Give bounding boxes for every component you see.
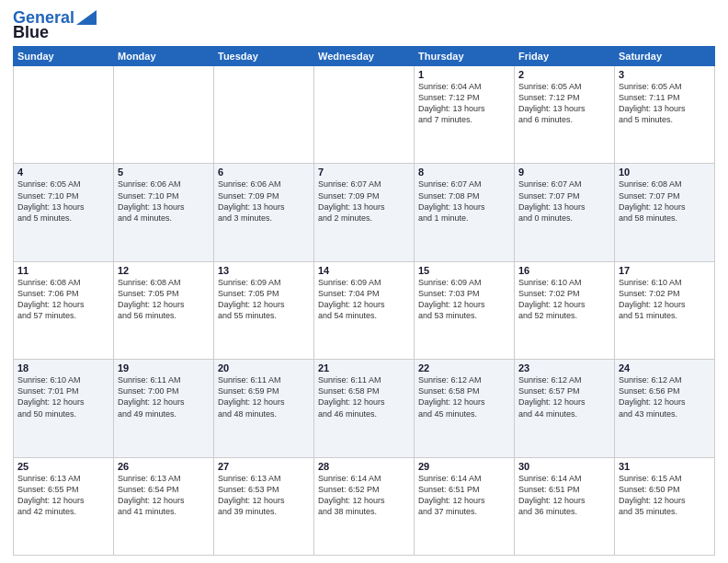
col-header-sunday: Sunday [14, 47, 114, 66]
logo-icon [76, 10, 97, 25]
col-header-wednesday: Wednesday [314, 47, 415, 66]
day-cell: 28Sunrise: 6:14 AM Sunset: 6:52 PM Dayli… [314, 457, 415, 555]
day-info: Sunrise: 6:09 AM Sunset: 7:03 PM Dayligh… [418, 277, 510, 322]
day-number: 11 [17, 265, 109, 276]
day-info: Sunrise: 6:12 AM Sunset: 6:58 PM Dayligh… [418, 374, 510, 419]
logo: General Blue [13, 9, 97, 40]
day-number: 31 [619, 461, 711, 472]
day-cell: 8Sunrise: 6:07 AM Sunset: 7:08 PM Daylig… [415, 164, 515, 261]
col-header-thursday: Thursday [415, 47, 515, 66]
day-number: 13 [218, 265, 310, 276]
day-cell: 4Sunrise: 6:05 AM Sunset: 7:10 PM Daylig… [14, 164, 114, 261]
day-info: Sunrise: 6:05 AM Sunset: 7:11 PM Dayligh… [619, 81, 711, 126]
day-number: 2 [518, 69, 610, 80]
day-cell: 19Sunrise: 6:11 AM Sunset: 7:00 PM Dayli… [114, 360, 214, 457]
day-cell: 15Sunrise: 6:09 AM Sunset: 7:03 PM Dayli… [415, 261, 515, 359]
day-info: Sunrise: 6:07 AM Sunset: 7:07 PM Dayligh… [518, 178, 610, 224]
day-info: Sunrise: 6:10 AM Sunset: 7:01 PM Dayligh… [17, 374, 109, 419]
day-cell: 18Sunrise: 6:10 AM Sunset: 7:01 PM Dayli… [14, 360, 114, 457]
svg-marker-0 [76, 10, 97, 25]
day-cell: 24Sunrise: 6:12 AM Sunset: 6:56 PM Dayli… [615, 360, 715, 457]
day-info: Sunrise: 6:05 AM Sunset: 7:12 PM Dayligh… [518, 81, 610, 126]
day-cell: 7Sunrise: 6:07 AM Sunset: 7:09 PM Daylig… [314, 164, 415, 261]
day-info: Sunrise: 6:13 AM Sunset: 6:53 PM Dayligh… [218, 473, 310, 518]
week-row-2: 4Sunrise: 6:05 AM Sunset: 7:10 PM Daylig… [14, 164, 715, 261]
day-cell: 31Sunrise: 6:15 AM Sunset: 6:50 PM Dayli… [615, 457, 715, 555]
day-cell: 13Sunrise: 6:09 AM Sunset: 7:05 PM Dayli… [214, 261, 314, 359]
day-number: 16 [518, 265, 610, 276]
day-info: Sunrise: 6:12 AM Sunset: 6:56 PM Dayligh… [619, 374, 711, 419]
day-cell: 21Sunrise: 6:11 AM Sunset: 6:58 PM Dayli… [314, 360, 415, 457]
day-number: 4 [17, 167, 109, 178]
day-number: 27 [218, 461, 310, 472]
day-cell: 26Sunrise: 6:13 AM Sunset: 6:54 PM Dayli… [114, 457, 214, 555]
day-cell: 5Sunrise: 6:06 AM Sunset: 7:10 PM Daylig… [114, 164, 214, 261]
day-number: 1 [418, 69, 510, 80]
col-header-friday: Friday [515, 47, 615, 66]
day-info: Sunrise: 6:04 AM Sunset: 7:12 PM Dayligh… [418, 81, 510, 126]
day-cell [214, 66, 314, 164]
day-info: Sunrise: 6:09 AM Sunset: 7:05 PM Dayligh… [218, 277, 310, 322]
day-number: 25 [17, 461, 109, 472]
day-info: Sunrise: 6:06 AM Sunset: 7:09 PM Dayligh… [218, 178, 310, 224]
day-info: Sunrise: 6:06 AM Sunset: 7:10 PM Dayligh… [118, 178, 210, 224]
day-cell: 2Sunrise: 6:05 AM Sunset: 7:12 PM Daylig… [515, 66, 615, 164]
day-number: 15 [418, 265, 510, 276]
col-header-monday: Monday [114, 47, 214, 66]
day-number: 10 [619, 167, 711, 178]
day-info: Sunrise: 6:14 AM Sunset: 6:52 PM Dayligh… [318, 473, 410, 518]
day-info: Sunrise: 6:07 AM Sunset: 7:08 PM Dayligh… [418, 178, 510, 224]
day-cell: 29Sunrise: 6:14 AM Sunset: 6:51 PM Dayli… [415, 457, 515, 555]
day-info: Sunrise: 6:08 AM Sunset: 7:07 PM Dayligh… [619, 178, 711, 224]
day-number: 26 [118, 461, 210, 472]
day-number: 14 [318, 265, 410, 276]
day-cell: 22Sunrise: 6:12 AM Sunset: 6:58 PM Dayli… [415, 360, 515, 457]
day-number: 28 [318, 461, 410, 472]
day-cell [314, 66, 415, 164]
day-number: 22 [418, 362, 510, 373]
day-info: Sunrise: 6:15 AM Sunset: 6:50 PM Dayligh… [619, 473, 711, 518]
day-info: Sunrise: 6:08 AM Sunset: 7:06 PM Dayligh… [17, 277, 109, 322]
day-cell: 11Sunrise: 6:08 AM Sunset: 7:06 PM Dayli… [14, 261, 114, 359]
day-info: Sunrise: 6:13 AM Sunset: 6:54 PM Dayligh… [118, 473, 210, 518]
week-row-4: 18Sunrise: 6:10 AM Sunset: 7:01 PM Dayli… [14, 360, 715, 457]
day-info: Sunrise: 6:14 AM Sunset: 6:51 PM Dayligh… [518, 473, 610, 518]
day-cell [14, 66, 114, 164]
day-info: Sunrise: 6:13 AM Sunset: 6:55 PM Dayligh… [17, 473, 109, 518]
day-info: Sunrise: 6:12 AM Sunset: 6:57 PM Dayligh… [518, 374, 610, 419]
calendar-table: SundayMondayTuesdayWednesdayThursdayFrid… [13, 46, 715, 556]
day-info: Sunrise: 6:07 AM Sunset: 7:09 PM Dayligh… [318, 178, 410, 224]
day-cell: 14Sunrise: 6:09 AM Sunset: 7:04 PM Dayli… [314, 261, 415, 359]
day-cell: 20Sunrise: 6:11 AM Sunset: 6:59 PM Dayli… [214, 360, 314, 457]
day-number: 23 [518, 362, 610, 373]
day-number: 3 [619, 69, 711, 80]
day-info: Sunrise: 6:08 AM Sunset: 7:05 PM Dayligh… [118, 277, 210, 322]
day-cell [114, 66, 214, 164]
day-number: 8 [418, 167, 510, 178]
day-number: 17 [619, 265, 711, 276]
week-row-1: 1Sunrise: 6:04 AM Sunset: 7:12 PM Daylig… [14, 66, 715, 164]
day-cell: 27Sunrise: 6:13 AM Sunset: 6:53 PM Dayli… [214, 457, 314, 555]
day-cell: 23Sunrise: 6:12 AM Sunset: 6:57 PM Dayli… [515, 360, 615, 457]
day-number: 21 [318, 362, 410, 373]
day-number: 9 [518, 167, 610, 178]
day-cell: 30Sunrise: 6:14 AM Sunset: 6:51 PM Dayli… [515, 457, 615, 555]
day-number: 19 [118, 362, 210, 373]
logo-blue: Blue [13, 24, 49, 40]
day-cell: 1Sunrise: 6:04 AM Sunset: 7:12 PM Daylig… [415, 66, 515, 164]
day-number: 29 [418, 461, 510, 472]
week-row-3: 11Sunrise: 6:08 AM Sunset: 7:06 PM Dayli… [14, 261, 715, 359]
day-cell: 16Sunrise: 6:10 AM Sunset: 7:02 PM Dayli… [515, 261, 615, 359]
day-info: Sunrise: 6:14 AM Sunset: 6:51 PM Dayligh… [418, 473, 510, 518]
day-info: Sunrise: 6:10 AM Sunset: 7:02 PM Dayligh… [619, 277, 711, 322]
day-info: Sunrise: 6:11 AM Sunset: 7:00 PM Dayligh… [118, 374, 210, 419]
day-info: Sunrise: 6:10 AM Sunset: 7:02 PM Dayligh… [518, 277, 610, 322]
header: General Blue [13, 9, 715, 40]
day-cell: 3Sunrise: 6:05 AM Sunset: 7:11 PM Daylig… [615, 66, 715, 164]
day-cell: 17Sunrise: 6:10 AM Sunset: 7:02 PM Dayli… [615, 261, 715, 359]
col-header-saturday: Saturday [615, 47, 715, 66]
col-header-tuesday: Tuesday [214, 47, 314, 66]
day-info: Sunrise: 6:05 AM Sunset: 7:10 PM Dayligh… [17, 178, 109, 224]
day-cell: 6Sunrise: 6:06 AM Sunset: 7:09 PM Daylig… [214, 164, 314, 261]
day-number: 7 [318, 167, 410, 178]
